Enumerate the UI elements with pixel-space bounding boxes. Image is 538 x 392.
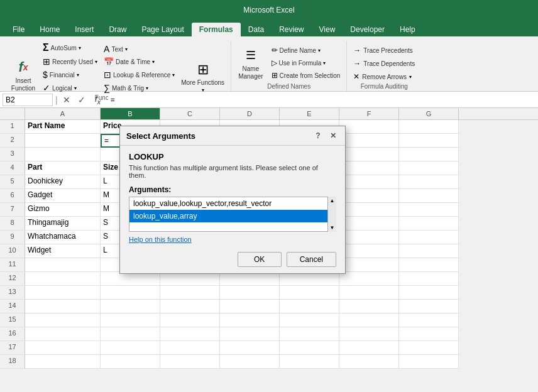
cell-F3[interactable] [339, 148, 399, 161]
cell-E17[interactable] [280, 341, 339, 355]
cell-G10[interactable] [399, 244, 459, 258]
cell-D12[interactable] [220, 272, 280, 286]
cell-C14[interactable] [160, 300, 220, 313]
cell-F8[interactable] [339, 217, 399, 231]
cell-F16[interactable] [339, 327, 399, 341]
cell-F14[interactable] [339, 300, 399, 313]
confirm-formula-button[interactable]: ✓ [75, 94, 88, 106]
cell-E18[interactable] [280, 355, 339, 369]
dialog-close-button[interactable]: ✕ [327, 130, 339, 141]
cell-E14[interactable] [280, 300, 339, 313]
cell-F10[interactable] [339, 244, 399, 258]
cell-F18[interactable] [339, 355, 399, 369]
cell-D17[interactable] [220, 341, 280, 355]
cell-F7[interactable] [339, 203, 399, 217]
ribbon-tab-draw[interactable]: Draw [101, 23, 134, 36]
insert-function-button[interactable]: fx InsertFunction [8, 55, 39, 94]
col-header-A[interactable]: A [25, 108, 101, 119]
dialog-help-button[interactable]: ? [312, 130, 324, 141]
cell-A7[interactable]: Gizmo [25, 203, 101, 217]
cell-F12[interactable] [339, 272, 399, 286]
cell-F11[interactable] [339, 258, 399, 272]
remove-arrows-button[interactable]: ✕ Remove Arrows ▾ [351, 71, 417, 82]
name-manager-button[interactable]: ☰ NameManager [235, 43, 266, 82]
ribbon-tab-view[interactable]: View [312, 23, 343, 36]
cell-G15[interactable] [399, 313, 459, 327]
cell-D18[interactable] [220, 355, 280, 369]
cell-G7[interactable] [399, 203, 459, 217]
arg-option-array[interactable]: lookup_value,array [129, 210, 336, 222]
cell-A18[interactable] [25, 355, 101, 369]
cell-G5[interactable] [399, 175, 459, 189]
cell-A3[interactable] [25, 148, 101, 161]
cell-A17[interactable] [25, 341, 101, 355]
col-header-D[interactable]: D [220, 108, 280, 119]
cell-E13[interactable] [280, 286, 339, 300]
cell-G2[interactable] [399, 134, 459, 148]
cell-F13[interactable] [339, 286, 399, 300]
cell-D15[interactable] [220, 313, 280, 327]
cell-A8[interactable]: Thingamajig [25, 217, 101, 231]
arg-option-vector[interactable]: lookup_value,lookup_vector,result_vector [129, 197, 336, 210]
cell-F5[interactable] [339, 175, 399, 189]
cell-A6[interactable]: Gadget [25, 189, 101, 203]
cell-A1[interactable]: Part Name [25, 120, 101, 134]
cell-A14[interactable] [25, 300, 101, 313]
cell-F1[interactable] [339, 120, 399, 134]
cell-A15[interactable] [25, 313, 101, 327]
trace-dependents-button[interactable]: → Trace Dependents [351, 58, 417, 69]
listbox-scrollbar[interactable]: ▲ ▼ [327, 197, 336, 232]
cell-A5[interactable]: Doohickey [25, 175, 101, 189]
cell-G13[interactable] [399, 286, 459, 300]
col-header-F[interactable]: F [339, 108, 399, 119]
ribbon-tab-home[interactable]: Home [32, 23, 67, 36]
define-name-button[interactable]: ✏ Define Name ▾ [269, 45, 343, 56]
cell-G3[interactable] [399, 148, 459, 161]
cell-G1[interactable] [399, 120, 459, 134]
cell-A4[interactable]: Part [25, 161, 101, 175]
cell-G16[interactable] [399, 327, 459, 341]
use-in-formula-button[interactable]: ▷ Use in Formula ▾ [269, 57, 343, 68]
cell-G9[interactable] [399, 231, 459, 244]
logical-button[interactable]: ✓ Logical ▾ [40, 82, 100, 94]
cell-C12[interactable] [160, 272, 220, 286]
ribbon-tab-help[interactable]: Help [392, 23, 423, 36]
cell-D14[interactable] [220, 300, 280, 313]
more-functions-button[interactable]: ⊞ More Functions ▾ [178, 60, 227, 94]
lookup-ref-button[interactable]: ⊡ Lookup & Reference ▾ [101, 68, 177, 81]
col-header-C[interactable]: C [160, 108, 220, 119]
ribbon-tab-developer[interactable]: Developer [343, 23, 392, 36]
cell-G14[interactable] [399, 300, 459, 313]
cell-B12[interactable] [101, 272, 160, 286]
cell-D16[interactable] [220, 327, 280, 341]
cell-C13[interactable] [160, 286, 220, 300]
cell-B14[interactable] [101, 300, 160, 313]
create-from-selection-button[interactable]: ⊞ Create from Selection [269, 70, 343, 81]
scroll-down-button[interactable]: ▼ [330, 225, 335, 231]
cell-B13[interactable] [101, 286, 160, 300]
cell-A11[interactable] [25, 258, 101, 272]
cell-B17[interactable] [101, 341, 160, 355]
financial-button[interactable]: $ Financial ▾ [40, 68, 100, 81]
math-trig-button[interactable]: ∑ Math & Trig ▾ [101, 82, 177, 94]
cell-A2[interactable] [25, 134, 101, 148]
scroll-up-button[interactable]: ▲ [330, 198, 335, 204]
datetime-button[interactable]: 📅 Date & Time ▾ [101, 56, 177, 68]
col-header-E[interactable]: E [280, 108, 339, 119]
cell-B18[interactable] [101, 355, 160, 369]
cell-F6[interactable] [339, 189, 399, 203]
cell-F4[interactable] [339, 161, 399, 175]
cell-A12[interactable] [25, 272, 101, 286]
trace-precedents-button[interactable]: → Trace Precedents [351, 45, 417, 56]
cell-A10[interactable]: Widget [25, 244, 101, 258]
col-header-B[interactable]: B [101, 108, 160, 119]
cell-G4[interactable] [399, 161, 459, 175]
select-arguments-dialog[interactable]: Select Arguments ? ✕ LOOKUP This functio… [119, 126, 346, 274]
cell-F15[interactable] [339, 313, 399, 327]
cell-F9[interactable] [339, 231, 399, 244]
cell-C15[interactable] [160, 313, 220, 327]
ribbon-tab-insert[interactable]: Insert [67, 23, 101, 36]
ribbon-tab-file[interactable]: File [5, 23, 32, 36]
ribbon-tab-review[interactable]: Review [272, 23, 311, 36]
cell-B15[interactable] [101, 313, 160, 327]
